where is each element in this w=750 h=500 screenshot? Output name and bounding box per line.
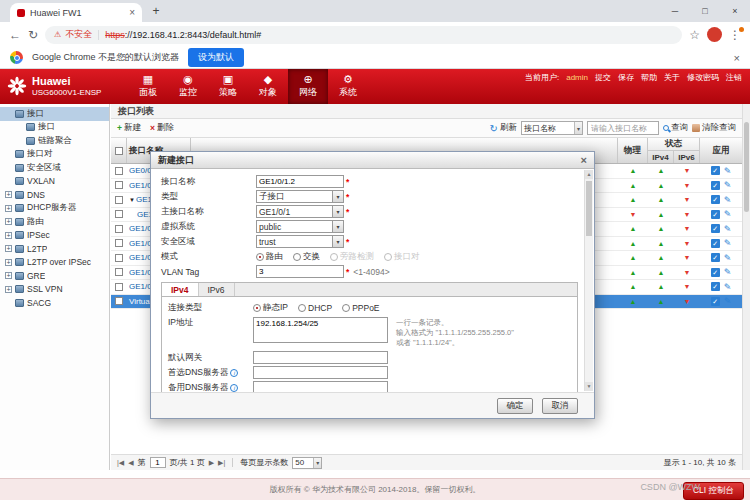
menu-item[interactable]: ▣策略 (208, 69, 248, 104)
radio-option[interactable]: 路由 (256, 251, 283, 263)
sidebar-item[interactable]: +L2TP over IPSec (0, 256, 109, 270)
primary-dns-input[interactable] (253, 366, 388, 379)
per-page-select[interactable]: 50▾ (292, 457, 322, 469)
refresh-button[interactable]: ↻刷新 (490, 122, 517, 134)
sidebar-item[interactable]: +GRE (0, 269, 109, 283)
browser-menu-icon[interactable]: ⋮ (729, 28, 741, 42)
scroll-down-icon[interactable]: ▼ (585, 382, 593, 391)
profile-avatar[interactable] (707, 27, 722, 42)
column-app[interactable]: 应用 (700, 138, 742, 163)
row-checkbox[interactable] (115, 283, 123, 291)
sidebar-item[interactable]: 接口 (0, 121, 109, 135)
expand-icon[interactable]: + (5, 232, 12, 239)
type-select[interactable]: 子接口▾ (256, 190, 344, 203)
next-page-icon[interactable]: ▶ (209, 459, 214, 467)
sidebar-item[interactable]: +DNS (0, 188, 109, 202)
column-ipv6[interactable]: IPv6 (674, 151, 699, 163)
interface-name-input[interactable] (256, 175, 344, 188)
virtual-system-select[interactable]: public▾ (256, 220, 344, 233)
row-checkbox[interactable] (115, 268, 123, 276)
select-all-checkbox[interactable] (115, 147, 123, 155)
edit-icon[interactable]: ✎ (724, 166, 732, 176)
column-ipv4[interactable]: IPv4 (648, 151, 674, 163)
cancel-button[interactable]: 取消 (542, 398, 578, 414)
header-link[interactable]: 保存 (618, 72, 634, 83)
expand-icon[interactable]: + (5, 259, 12, 266)
notification-close-icon[interactable]: × (734, 52, 740, 64)
header-link[interactable]: 注销 (726, 72, 742, 83)
default-gateway-input[interactable] (253, 351, 388, 364)
last-page-icon[interactable]: ▶| (218, 459, 225, 467)
page-scrollbar[interactable] (742, 104, 750, 470)
parent-interface-select[interactable]: GE1/0/1▾ (256, 205, 344, 218)
header-link[interactable]: 提交 (595, 72, 611, 83)
row-checkbox[interactable] (115, 196, 123, 204)
sidebar-item[interactable]: VXLAN (0, 175, 109, 189)
scrollbar-thumb[interactable] (744, 122, 749, 212)
expand-icon[interactable]: + (5, 191, 12, 198)
url-field[interactable]: ⚠ 不安全 https://192.168.41.2:8443/default.… (45, 26, 682, 44)
header-link[interactable]: 关于 (664, 72, 680, 83)
tab-ipv6[interactable]: IPv6 (199, 283, 235, 296)
sidebar-item[interactable]: SACG (0, 296, 109, 310)
radio-option[interactable]: 交换 (293, 251, 320, 263)
dialog-scrollbar-thumb[interactable] (586, 181, 592, 236)
window-maximize-button[interactable]: □ (690, 0, 720, 22)
tab-close-icon[interactable]: × (129, 8, 135, 18)
prev-page-icon[interactable]: ◀ (128, 459, 133, 467)
sidebar-item[interactable]: 链路聚合 (0, 134, 109, 148)
menu-item[interactable]: ▦面板 (128, 69, 168, 104)
query-button[interactable]: 查询 (663, 122, 688, 134)
expand-icon[interactable]: + (5, 245, 12, 252)
menu-item[interactable]: ⚙系统 (328, 69, 368, 104)
column-physical[interactable]: 物理 (618, 138, 648, 163)
sidebar-item[interactable]: +IPSec (0, 229, 109, 243)
radio-option[interactable]: DHCP (298, 303, 332, 313)
radio-option[interactable]: 静态IP (253, 302, 288, 314)
new-tab-button[interactable]: + (148, 4, 164, 20)
collapse-icon[interactable]: ▼ (129, 197, 135, 203)
expand-icon[interactable]: + (5, 286, 12, 293)
security-zone-select[interactable]: trust▾ (256, 235, 344, 248)
browser-tab[interactable]: Huawei FW1 × (10, 3, 142, 22)
bookmark-star-icon[interactable]: ☆ (689, 28, 700, 42)
edit-icon[interactable]: ✎ (724, 180, 732, 190)
dialog-scrollbar[interactable]: ▲ ▼ (584, 170, 593, 391)
row-checkbox[interactable] (115, 210, 123, 218)
filter-field-select[interactable]: 接口名称▾ (521, 121, 583, 135)
header-link[interactable]: 修改密码 (687, 72, 719, 83)
row-checkbox[interactable] (115, 254, 123, 262)
edit-icon[interactable]: ✎ (724, 253, 732, 263)
first-page-icon[interactable]: |◀ (117, 459, 124, 467)
menu-item[interactable]: ⊕网络 (288, 69, 328, 104)
back-button[interactable]: ← (9, 28, 21, 42)
menu-item[interactable]: ◉监控 (168, 69, 208, 104)
sidebar-item[interactable]: +路由 (0, 215, 109, 229)
row-checkbox[interactable] (115, 297, 123, 305)
vlan-tag-input[interactable] (256, 265, 344, 278)
clear-query-button[interactable]: 清除查询 (692, 122, 736, 134)
sidebar-item[interactable]: 接口对 (0, 148, 109, 162)
row-checkbox[interactable] (115, 239, 123, 247)
sidebar-item[interactable]: 安全区域 (0, 161, 109, 175)
expand-icon[interactable]: + (5, 205, 12, 212)
row-checkbox[interactable] (115, 225, 123, 233)
secondary-dns-input[interactable] (253, 381, 388, 392)
new-button[interactable]: +新建 (117, 122, 141, 134)
delete-button[interactable]: ×删除 (150, 122, 174, 134)
edit-icon[interactable]: ✎ (724, 195, 732, 205)
scroll-up-icon[interactable]: ▲ (585, 170, 593, 179)
expand-icon[interactable]: + (5, 218, 12, 225)
sidebar-item[interactable]: +DHCP服务器 (0, 202, 109, 216)
edit-icon[interactable]: ✎ (724, 209, 732, 219)
reload-button[interactable]: ↻ (28, 28, 38, 42)
sidebar-item[interactable]: +L2TP (0, 242, 109, 256)
menu-item[interactable]: ◆对象 (248, 69, 288, 104)
row-checkbox[interactable] (115, 167, 123, 175)
row-checkbox[interactable] (115, 181, 123, 189)
window-minimize-button[interactable]: ─ (660, 0, 690, 22)
edit-icon[interactable]: ✎ (724, 267, 732, 277)
header-link[interactable]: 帮助 (641, 72, 657, 83)
window-close-button[interactable]: × (720, 0, 750, 22)
search-input[interactable] (587, 121, 659, 135)
